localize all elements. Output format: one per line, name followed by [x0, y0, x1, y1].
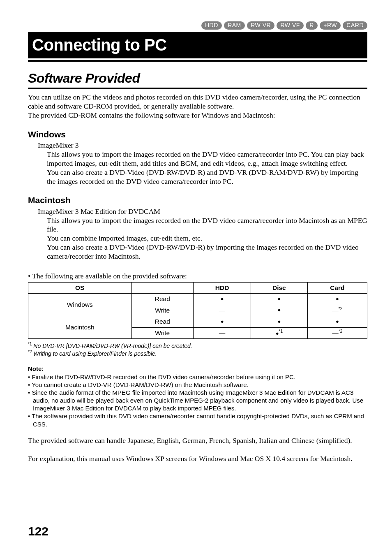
- cell-card: —*2: [307, 327, 367, 339]
- note-item: • Since the audio format of the MPEG fil…: [28, 389, 367, 412]
- cell-card: —*2: [307, 305, 367, 316]
- cell-hdd: —: [194, 327, 251, 339]
- cell-card: ●: [307, 316, 367, 327]
- th-mode: [131, 282, 194, 293]
- badge-rwvf: RW VF: [277, 21, 303, 30]
- badge-plusrw: +RW: [320, 21, 341, 30]
- th-os: OS: [28, 282, 132, 293]
- table-row: Macintosh Read ● ● ●: [28, 316, 367, 327]
- cell-hdd: ●: [194, 294, 251, 305]
- note-block: Note: • Finalize the DVD-RW/DVD-R record…: [28, 365, 367, 428]
- badge-hdd: HDD: [201, 21, 222, 30]
- badge-card: CARD: [343, 21, 367, 30]
- windows-heading: Windows: [28, 129, 367, 140]
- section-title: Software Provided: [28, 70, 367, 89]
- intro-paragraph-2: The provided CD-ROM contains the followi…: [28, 111, 367, 120]
- cell-mode: Write: [131, 305, 194, 316]
- th-hdd: HDD: [194, 282, 251, 293]
- windows-description-1: This allows you to import the images rec…: [28, 150, 367, 168]
- table-intro-bullet: • The following are available on the pro…: [28, 272, 367, 281]
- note-heading: Note:: [28, 365, 44, 372]
- footnote-1: *1 No DVD-VR [DVD-RAM/DVD-RW (VR-mode)] …: [28, 342, 367, 350]
- cell-hdd: ●: [194, 316, 251, 327]
- badge-rwvr: RW VR: [247, 21, 274, 30]
- cell-mode: Read: [131, 316, 194, 327]
- note-item: • Finalize the DVD-RW/DVD-R recorded on …: [28, 373, 367, 381]
- cell-card: ●: [307, 294, 367, 305]
- mac-description-2: You can combine imported images, cut-edi…: [28, 234, 367, 243]
- cell-os-windows: Windows: [28, 294, 132, 316]
- windows-product-name: ImageMixer 3: [28, 141, 367, 150]
- cell-disc: ●*1: [251, 327, 308, 339]
- cell-hdd: —: [194, 305, 251, 316]
- cell-disc: ●: [251, 305, 308, 316]
- badge-r: R: [306, 21, 318, 30]
- mac-description-1: This allows you to import the images rec…: [28, 216, 367, 234]
- th-card: Card: [307, 282, 367, 293]
- page-number: 122: [28, 524, 48, 539]
- mac-description-3: You can also create a DVD-Video (DVD-RW/…: [28, 243, 367, 261]
- media-badges-row: HDD RAM RW VR RW VF R +RW CARD: [28, 21, 367, 30]
- chapter-rule: [28, 60, 367, 62]
- badge-ram: RAM: [224, 21, 245, 30]
- closing-paragraph-1: The provided software can handle Japanes…: [28, 436, 367, 445]
- capabilities-table: OS HDD Disc Card Windows Read ● ● ● Writ…: [28, 282, 367, 339]
- table-row: Windows Read ● ● ●: [28, 294, 367, 305]
- footnote-2: *2 Writing to card using Explorer/Finder…: [28, 350, 367, 357]
- intro-paragraph-1: You can utilize on PC the videos and pho…: [28, 93, 367, 111]
- note-item: • The software provided with this DVD vi…: [28, 412, 367, 428]
- macintosh-heading: Macintosh: [28, 195, 367, 206]
- windows-description-2: You can also create a DVD-Video (DVD-RW/…: [28, 168, 367, 186]
- th-disc: Disc: [251, 282, 308, 293]
- cell-disc: ●: [251, 294, 308, 305]
- mac-product-name: ImageMixer 3 Mac Edition for DVDCAM: [28, 207, 367, 216]
- chapter-title: Connecting to PC: [28, 32, 367, 58]
- cell-os-mac: Macintosh: [28, 316, 132, 339]
- note-item: • You cannot create a DVD-VR (DVD-RAM/DV…: [28, 381, 367, 389]
- cell-mode: Write: [131, 327, 194, 339]
- cell-mode: Read: [131, 294, 194, 305]
- cell-disc: ●: [251, 316, 308, 327]
- closing-paragraph-2: For explanation, this manual uses Window…: [28, 454, 367, 463]
